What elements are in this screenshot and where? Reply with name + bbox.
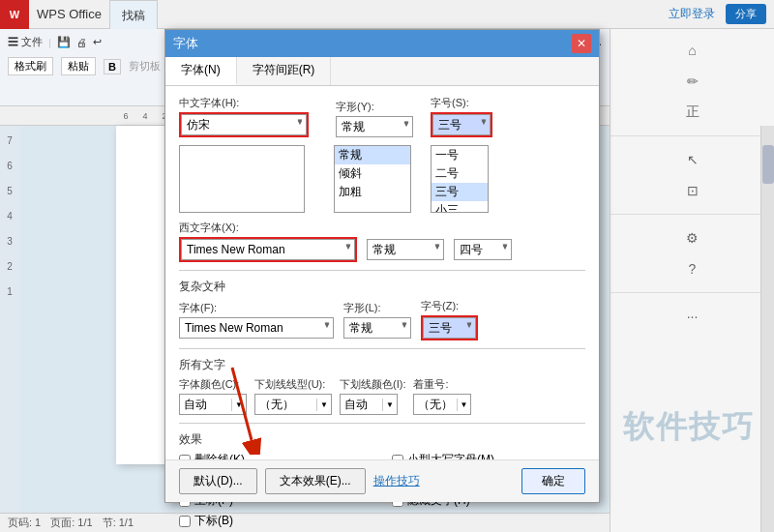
dialog-body: 中文字体(H): ▼ 字形(Y): ▼ <box>165 86 599 500</box>
western-font-label: 西文字体(X): <box>179 221 512 235</box>
emphasis-value: （无） <box>414 397 456 413</box>
complex-style-wrapper: ▼ <box>343 317 411 339</box>
chinese-font-group: 中文字体(H): ▼ <box>179 96 309 137</box>
chinese-font-select-wrapper: ▼ <box>181 114 307 135</box>
size-2[interactable]: 二号 <box>432 164 488 183</box>
underline-group: 下划线线型(U): （无） ▼ <box>254 377 332 415</box>
divider-3 <box>179 423 585 424</box>
underline-color-value: 自动 <box>341 397 382 413</box>
size-3[interactable]: 三号 <box>432 183 488 201</box>
western-style-wrapper: ▼ <box>367 239 444 260</box>
chinese-font-row: 中文字体(H): ▼ 字形(Y): ▼ <box>179 96 585 137</box>
tab-spacing[interactable]: 字符间距(R) <box>237 57 332 85</box>
complex-size-highlight: ▼ <box>421 315 478 340</box>
color-label: 字体颜色(C): <box>179 377 247 392</box>
western-size-wrapper: ▼ <box>454 239 512 260</box>
complex-font-group: 字体(F): ▼ <box>179 301 334 339</box>
color-select[interactable]: 自动 ▼ <box>179 394 247 415</box>
text-effect-button[interactable]: 文本效果(E)... <box>265 468 366 494</box>
font-size-label: 字号(S): <box>431 96 492 110</box>
chinese-font-input[interactable] <box>181 114 307 135</box>
font-size-select-wrapper: ▼ <box>432 114 491 135</box>
tip-button[interactable]: 操作技巧 <box>373 468 420 494</box>
western-font-select-wrapper: ▼ <box>181 239 355 260</box>
subscript-row: 下标(B) <box>179 513 372 529</box>
font-style-list[interactable]: 常规 倾斜 加粗 <box>334 145 411 213</box>
style-bold[interactable]: 加粗 <box>335 183 410 201</box>
underline-dropdown[interactable]: ▼ <box>316 399 331 411</box>
dialog-title-bar: 字体 ✕ <box>165 30 599 57</box>
complex-font-label: 字体(F): <box>179 301 334 315</box>
dialog-title: 字体 <box>173 35 198 52</box>
western-font-highlight: ▼ <box>179 237 357 262</box>
color-group: 字体颜色(C): 自动 ▼ <box>179 377 247 415</box>
complex-font-wrapper: ▼ <box>179 317 334 339</box>
dialog-close-button[interactable]: ✕ <box>572 34 591 53</box>
complex-font-input[interactable] <box>179 317 334 339</box>
underline-color-label: 下划线颜色(I): <box>340 377 405 392</box>
chinese-font-label: 中文字体(H): <box>179 96 309 110</box>
emphasis-group: 着重号: （无） ▼ <box>413 377 471 415</box>
color-dropdown[interactable]: ▼ <box>231 399 246 411</box>
font-style-select-wrapper: ▼ <box>336 116 413 137</box>
tab-font[interactable]: 字体(N) <box>165 57 237 85</box>
font-size-list[interactable]: 一号 二号 三号 小三 四号 小四 <box>431 145 489 213</box>
underline-color-select[interactable]: 自动 ▼ <box>340 394 398 415</box>
all-text-row: 字体颜色(C): 自动 ▼ 下划线线型(U): （无） ▼ <box>179 377 585 415</box>
subscript-check[interactable] <box>179 516 191 527</box>
divider-2 <box>179 348 585 349</box>
underline-color-dropdown[interactable]: ▼ <box>382 399 397 411</box>
western-font-row: 西文字体(X): ▼ ▼ <box>179 221 585 262</box>
western-font-input[interactable] <box>181 239 355 260</box>
emphasis-select[interactable]: （无） ▼ <box>413 394 471 415</box>
dialog-tabs: 字体(N) 字符间距(R) <box>165 57 599 86</box>
font-style-group: 字形(Y): ▼ <box>336 100 413 137</box>
font-dialog: 字体 ✕ 字体(N) 字符间距(R) 中文字体(H): ▼ <box>164 29 600 503</box>
font-list-row: 常规 倾斜 加粗 一号 二号 三号 小三 四号 小四 <box>179 145 585 213</box>
size-1[interactable]: 一号 <box>432 146 488 164</box>
western-style-input[interactable] <box>367 239 444 260</box>
complex-style-group: 字形(L): ▼ <box>343 301 411 339</box>
underline-color-group: 下划线颜色(I): 自动 ▼ <box>340 377 405 415</box>
complex-size-label: 字号(Z): <box>421 299 478 313</box>
size-small3[interactable]: 小三 <box>432 201 488 213</box>
underline-label: 下划线线型(U): <box>254 377 332 392</box>
underline-value: （无） <box>255 397 316 413</box>
style-regular[interactable]: 常规 <box>335 146 410 164</box>
emphasis-label: 着重号: <box>413 377 471 392</box>
font-size-group: 字号(S): ▼ <box>431 96 492 137</box>
underline-select[interactable]: （无） ▼ <box>254 394 332 415</box>
complex-section: 复杂文种 字体(F): ▼ 字形(L): ▼ <box>179 279 585 340</box>
emphasis-dropdown[interactable]: ▼ <box>457 399 471 411</box>
color-value: 自动 <box>180 397 231 413</box>
font-style-label: 字形(Y): <box>336 100 413 114</box>
chinese-font-highlight: ▼ <box>179 112 309 137</box>
effects-header: 效果 <box>179 431 585 448</box>
font-size-highlight: ▼ <box>431 112 492 137</box>
complex-row: 字体(F): ▼ 字形(L): ▼ 字号(Z <box>179 299 585 340</box>
all-text-header: 所有文字 <box>179 357 585 373</box>
divider-1 <box>179 270 585 271</box>
complex-header: 复杂文种 <box>179 279 585 295</box>
subscript-label: 下标(B) <box>194 513 233 529</box>
chinese-font-list[interactable] <box>179 145 305 213</box>
font-style-input[interactable] <box>336 116 413 137</box>
western-font-group: 西文字体(X): ▼ ▼ <box>179 221 512 262</box>
dialog-overlay: 字体 ✕ 字体(N) 字符间距(R) 中文字体(H): ▼ <box>0 0 774 532</box>
style-italic[interactable]: 倾斜 <box>335 164 410 183</box>
complex-size-group: 字号(Z): ▼ <box>421 299 478 340</box>
dialog-footer: 默认(D)... 文本效果(E)... 操作技巧 确定 <box>165 459 599 502</box>
all-text-section: 所有文字 字体颜色(C): 自动 ▼ 下划线线型(U): （无） ▼ <box>179 357 585 415</box>
complex-size-wrapper: ▼ <box>423 317 476 339</box>
ok-button[interactable]: 确定 <box>521 468 585 494</box>
complex-style-label: 字形(L): <box>343 301 411 315</box>
default-button[interactable]: 默认(D)... <box>179 468 257 494</box>
